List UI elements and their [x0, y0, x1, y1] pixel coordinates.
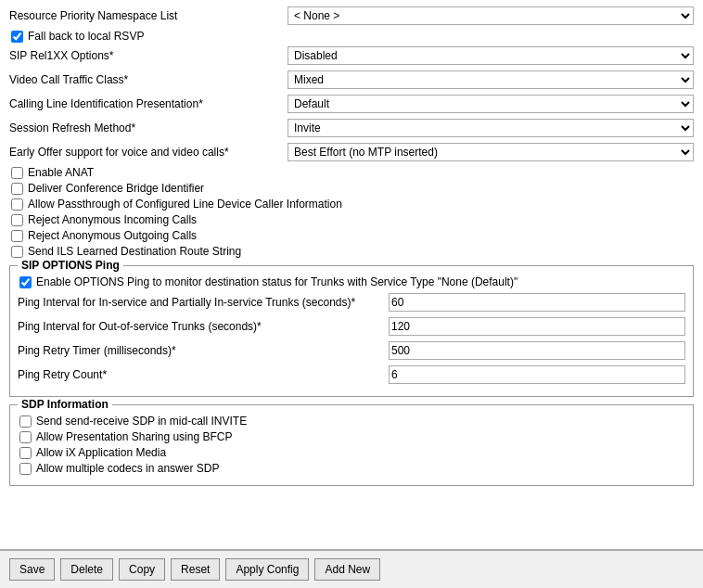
ping-interval-inservice-label: Ping Interval for In-service and Partial…	[18, 296, 389, 309]
session-refresh-row: Session Refresh Method Invite	[9, 118, 694, 138]
ping-retry-count-control: 6	[389, 365, 685, 384]
conference-bridge-label: Deliver Conference Bridge Identifier	[28, 182, 204, 195]
enable-anat-label: Enable ANAT	[28, 166, 94, 179]
sdp-information-title: SDP Information	[18, 398, 112, 411]
fallback-rsvp-checkbox[interactable]	[11, 31, 23, 43]
ping-interval-inservice-input[interactable]: 60	[389, 293, 685, 312]
ping-interval-inservice-row: Ping Interval for In-service and Partial…	[18, 292, 685, 313]
ping-interval-outofservice-label: Ping Interval for Out-of-service Trunks …	[18, 320, 389, 333]
conference-bridge-row: Deliver Conference Bridge Identifier	[9, 182, 694, 195]
early-offer-row: Early Offer support for voice and video …	[9, 142, 694, 162]
resource-priority-select[interactable]: < None >	[288, 6, 694, 25]
session-refresh-label: Session Refresh Method	[9, 121, 288, 134]
calling-line-row: Calling Line Identification Presentation…	[9, 94, 694, 114]
apply-config-button[interactable]: Apply Config	[225, 558, 309, 581]
allow-presentation-row: Allow Presentation Sharing using BFCP	[18, 430, 685, 443]
allow-passthrough-label: Allow Passthrough of Configured Line Dev…	[28, 198, 342, 211]
reject-anonymous-outgoing-row: Reject Anonymous Outgoing Calls	[9, 229, 694, 242]
page: Resource Priority Namespace List < None …	[0, 0, 703, 588]
ping-retry-count-input[interactable]: 6	[389, 365, 685, 384]
enable-anat-row: Enable ANAT	[9, 166, 694, 179]
reject-anonymous-incoming-label: Reject Anonymous Incoming Calls	[28, 213, 197, 226]
delete-button[interactable]: Delete	[60, 558, 113, 581]
reject-anonymous-outgoing-checkbox[interactable]	[11, 230, 23, 242]
allow-multiple-codecs-checkbox[interactable]	[19, 463, 32, 475]
sip-options-ping-title: SIP OPTIONS Ping	[18, 259, 123, 272]
calling-line-select[interactable]: Default	[288, 95, 694, 113]
fallback-rsvp-label: Fall back to local RSVP	[28, 30, 144, 43]
save-button[interactable]: Save	[9, 558, 55, 581]
ping-retry-timer-control: 500	[389, 341, 685, 360]
allow-ix-checkbox[interactable]	[19, 447, 32, 459]
main-content: Resource Priority Namespace List < None …	[0, 0, 703, 549]
ping-interval-outofservice-input[interactable]: 120	[389, 317, 685, 336]
sip-rel1xx-label: SIP Rel1XX Options	[9, 49, 288, 62]
reject-anonymous-incoming-row: Reject Anonymous Incoming Calls	[9, 213, 694, 226]
reset-button[interactable]: Reset	[171, 558, 220, 581]
enable-options-ping-checkbox[interactable]	[19, 276, 32, 288]
sip-options-ping-section: SIP OPTIONS Ping Enable OPTIONS Ping to …	[9, 265, 694, 397]
sip-rel1xx-control: Disabled	[288, 46, 694, 65]
resource-priority-control: < None >	[288, 6, 694, 25]
send-ils-label: Send ILS Learned Destination Route Strin…	[28, 245, 241, 258]
enable-anat-checkbox[interactable]	[11, 167, 23, 179]
reject-anonymous-outgoing-label: Reject Anonymous Outgoing Calls	[28, 229, 197, 242]
sip-rel1xx-select[interactable]: Disabled	[288, 46, 694, 65]
enable-options-ping-row: Enable OPTIONS Ping to monitor destinati…	[18, 275, 685, 288]
allow-multiple-codecs-row: Allow multiple codecs in answer SDP	[18, 462, 685, 475]
allow-presentation-checkbox[interactable]	[19, 431, 32, 443]
footer-bar: Save Delete Copy Reset Apply Config Add …	[0, 549, 703, 588]
send-ils-checkbox[interactable]	[11, 246, 23, 258]
fallback-rsvp-row: Fall back to local RSVP	[9, 30, 694, 43]
ping-retry-timer-label: Ping Retry Timer (milliseconds)	[18, 344, 389, 357]
send-receive-sdp-label: Send send-receive SDP in mid-call INVITE	[36, 415, 247, 428]
enable-options-ping-label: Enable OPTIONS Ping to monitor destinati…	[36, 275, 518, 288]
ping-interval-outofservice-control: 120	[389, 317, 685, 336]
calling-line-label: Calling Line Identification Presentation	[9, 97, 288, 110]
conference-bridge-checkbox[interactable]	[11, 183, 23, 195]
allow-multiple-codecs-label: Allow multiple codecs in answer SDP	[36, 462, 219, 475]
session-refresh-control: Invite	[288, 119, 694, 137]
early-offer-control: Best Effort (no MTP inserted)	[288, 143, 694, 161]
calling-line-control: Default	[288, 95, 694, 113]
ping-interval-outofservice-row: Ping Interval for Out-of-service Trunks …	[18, 316, 685, 337]
ping-interval-inservice-control: 60	[389, 293, 685, 312]
sdp-information-section: SDP Information Send send-receive SDP in…	[9, 404, 694, 486]
ping-retry-timer-input[interactable]: 500	[389, 341, 685, 360]
sdp-information-content: Send send-receive SDP in mid-call INVITE…	[18, 415, 685, 475]
resource-priority-row: Resource Priority Namespace List < None …	[9, 6, 694, 26]
ping-retry-timer-row: Ping Retry Timer (milliseconds) 500	[18, 340, 685, 361]
ping-retry-count-row: Ping Retry Count 6	[18, 364, 685, 385]
allow-ix-row: Allow iX Application Media	[18, 446, 685, 459]
resource-priority-label: Resource Priority Namespace List	[9, 9, 288, 22]
allow-passthrough-row: Allow Passthrough of Configured Line Dev…	[9, 198, 694, 211]
session-refresh-select[interactable]: Invite	[288, 119, 694, 137]
video-traffic-control: Mixed	[288, 70, 694, 89]
send-ils-row: Send ILS Learned Destination Route Strin…	[9, 245, 694, 258]
early-offer-label: Early Offer support for voice and video …	[9, 146, 288, 159]
add-new-button[interactable]: Add New	[314, 558, 380, 581]
send-receive-sdp-checkbox[interactable]	[19, 415, 32, 428]
reject-anonymous-incoming-checkbox[interactable]	[11, 214, 23, 226]
early-offer-select[interactable]: Best Effort (no MTP inserted)	[288, 143, 694, 161]
sip-rel1xx-row: SIP Rel1XX Options Disabled	[9, 45, 694, 66]
allow-ix-label: Allow iX Application Media	[36, 446, 166, 459]
copy-button[interactable]: Copy	[119, 558, 165, 581]
send-receive-sdp-row: Send send-receive SDP in mid-call INVITE	[18, 415, 685, 428]
sip-options-ping-content: Enable OPTIONS Ping to monitor destinati…	[18, 275, 685, 385]
ping-retry-count-label: Ping Retry Count	[18, 368, 389, 381]
video-traffic-row: Video Call Traffic Class Mixed	[9, 70, 694, 90]
allow-presentation-label: Allow Presentation Sharing using BFCP	[36, 430, 232, 443]
video-traffic-label: Video Call Traffic Class	[9, 73, 288, 86]
video-traffic-select[interactable]: Mixed	[288, 70, 694, 89]
allow-passthrough-checkbox[interactable]	[11, 198, 23, 211]
